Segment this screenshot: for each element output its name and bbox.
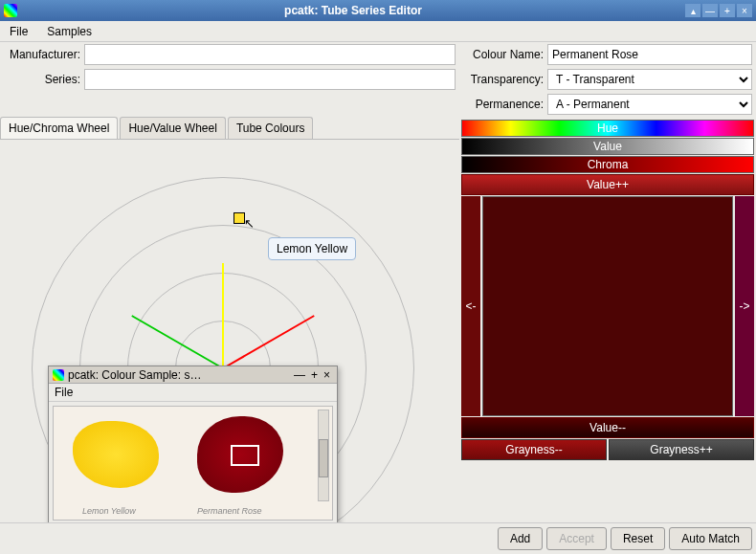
bottom-toolbar: Add Accept Reset Auto Match xyxy=(0,522,756,554)
hue-right-button[interactable]: -> xyxy=(735,196,754,416)
manufacturer-input[interactable] xyxy=(84,44,456,65)
grayness-plus-button[interactable]: Grayness++ xyxy=(609,439,754,460)
sample-vscroll[interactable] xyxy=(318,410,329,501)
sample-label-2: Permanent Rose xyxy=(197,506,262,516)
reset-button[interactable]: Reset xyxy=(611,527,665,550)
auto-match-button[interactable]: Auto Match xyxy=(669,527,752,550)
shade-button[interactable]: ▴ xyxy=(685,4,700,17)
permanence-select[interactable]: A - Permanent xyxy=(547,94,752,115)
transparency-label: Transparency: xyxy=(463,73,544,86)
dialog-menu-file[interactable]: File xyxy=(55,386,73,399)
maximize-button[interactable]: + xyxy=(720,4,735,17)
add-button[interactable]: Add xyxy=(498,527,543,550)
tab-hue-chroma[interactable]: Hue/Chroma Wheel xyxy=(0,117,118,139)
left-pane: Hue/Chroma Wheel Hue/Value Wheel Tube Co… xyxy=(0,117,459,554)
dialog-max-icon[interactable]: + xyxy=(311,368,318,382)
cursor-icon: ↖ xyxy=(244,216,255,231)
chroma-slider[interactable]: Chroma xyxy=(461,156,754,173)
colour-swatch xyxy=(482,196,733,416)
tab-tube-colours[interactable]: Tube Colours xyxy=(228,117,314,139)
sample-image[interactable]: Lemon Yellow Permanent Rose xyxy=(53,406,333,521)
tab-hue-value[interactable]: Hue/Value Wheel xyxy=(120,117,226,139)
window-title: pcatk: Tube Series Editor xyxy=(23,4,683,17)
value-slider[interactable]: Value xyxy=(461,138,754,155)
menu-samples[interactable]: Samples xyxy=(41,23,98,40)
right-pane: Hue Value Chroma Value++ <- -> Value-- G… xyxy=(459,117,756,554)
menu-file[interactable]: File xyxy=(4,23,33,40)
value-plus-button[interactable]: Value++ xyxy=(461,174,754,195)
tooltip-lemon-yellow: Lemon Yellow xyxy=(268,237,356,260)
close-button[interactable]: × xyxy=(737,4,752,17)
dialog-close-icon[interactable]: × xyxy=(323,368,330,382)
yellow-swatch xyxy=(73,421,159,488)
dialog-min-icon[interactable]: — xyxy=(294,368,305,382)
dialog-titlebar[interactable]: pcatk: Colour Sample: s… — + × xyxy=(49,366,337,384)
series-label: Series: xyxy=(4,73,80,86)
menubar: File Samples xyxy=(0,21,756,42)
colour-name-input[interactable] xyxy=(547,44,752,65)
transparency-select[interactable]: T - Transparent xyxy=(547,69,752,90)
hue-left-button[interactable]: <- xyxy=(461,196,480,416)
permanence-label: Permanence: xyxy=(463,98,544,111)
dialog-title-text: pcatk: Colour Sample: s… xyxy=(68,368,291,382)
sample-selection-box[interactable] xyxy=(231,445,259,466)
manufacturer-label: Manufacturer: xyxy=(4,48,80,61)
grayness-minus-button[interactable]: Grayness-- xyxy=(461,439,607,460)
titlebar[interactable]: pcatk: Tube Series Editor ▴ — + × xyxy=(0,0,756,21)
series-input[interactable] xyxy=(84,69,456,90)
sample-label-1: Lemon Yellow xyxy=(82,506,136,516)
value-minus-button[interactable]: Value-- xyxy=(461,417,754,438)
minimize-button[interactable]: — xyxy=(702,4,718,17)
dialog-app-icon xyxy=(53,369,64,381)
hue-slider[interactable]: Hue xyxy=(461,120,754,137)
tabs: Hue/Chroma Wheel Hue/Value Wheel Tube Co… xyxy=(0,117,459,140)
colour-name-label: Colour Name: xyxy=(463,48,544,61)
app-icon xyxy=(4,4,17,17)
accept-button: Accept xyxy=(546,527,607,550)
